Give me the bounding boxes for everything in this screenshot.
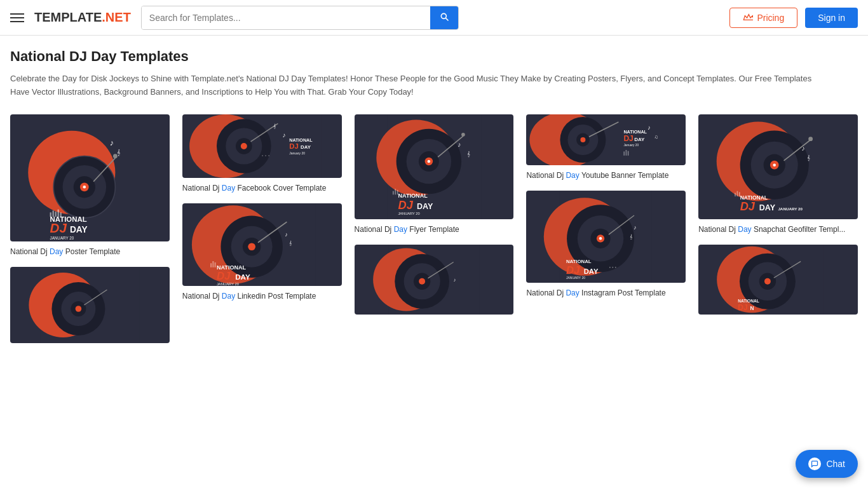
svg-text:DJ: DJ — [398, 199, 413, 212]
svg-text:NATIONAL: NATIONAL — [566, 259, 592, 265]
svg-point-107 — [599, 237, 602, 240]
svg-text:NATIONAL: NATIONAL — [398, 192, 428, 198]
header-left: TEMPLATE.NET — [10, 10, 131, 25]
svg-text:♪: ♪ — [634, 225, 636, 231]
page-description: Celebrate the Day for Disk Jockeys to Sh… — [10, 72, 815, 99]
linkedin-thumbnail: ♪ 𝄞 NATIONAL DJ DAY JANUARY 20 — [182, 203, 342, 286]
svg-text:♪: ♪ — [648, 124, 651, 131]
template-item-youtube[interactable]: NATIONAL DJ DAY January 20 ♪ ♫ National … — [526, 114, 686, 181]
pricing-button[interactable]: Pricing — [729, 8, 797, 28]
svg-text:♪: ♪ — [285, 231, 288, 238]
search-input[interactable] — [142, 6, 430, 29]
template-item-facebook[interactable]: ♪ 𝄞 NATIONAL DJ DAY January 20 Nat — [182, 114, 342, 194]
svg-rect-74 — [393, 191, 394, 194]
svg-text:DAY: DAY — [759, 203, 776, 212]
search-bar — [141, 6, 459, 30]
header-right: Pricing Sign in — [729, 8, 858, 28]
template-col-1: ♪ 𝄞 NATIONAL DJ DAY JANUARY 20 — [10, 114, 170, 349]
svg-text:♪: ♪ — [802, 144, 805, 151]
svg-point-6 — [83, 186, 86, 189]
search-icon — [439, 11, 449, 22]
svg-rect-76 — [397, 190, 398, 194]
svg-text:DJ: DJ — [50, 220, 67, 234]
svg-text:DJ: DJ — [289, 142, 299, 149]
template-item-flyer[interactable]: ♪ 𝄞 NATIONAL DJ DAY JANUARY 20 Nat — [355, 114, 514, 235]
svg-text:♪: ♪ — [453, 277, 456, 283]
svg-text:𝄞: 𝄞 — [466, 151, 470, 158]
logo-bold: TEMPLATE — [34, 10, 102, 24]
pricing-label: Pricing — [757, 13, 784, 23]
svg-rect-117 — [615, 267, 616, 268]
template-item-col5-bottom[interactable]: NATIONAL DJ N — [698, 245, 858, 315]
header: TEMPLATE.NET Pricing Sign in — [0, 0, 868, 36]
template-label-youtube: National Dj Day Youtube Banner Template — [526, 170, 686, 181]
svg-text:DAY: DAY — [235, 273, 250, 281]
svg-rect-97 — [626, 150, 627, 156]
svg-rect-115 — [609, 267, 611, 268]
template-item-snapchat[interactable]: ♪ 𝄞 NATIONAL DJ DAY JANUARY 20 N — [698, 114, 858, 235]
poster-thumbnail: ♪ 𝄞 NATIONAL DJ DAY JANUARY 20 — [10, 114, 170, 241]
template-item-instagram[interactable]: ♪ 𝄞 NATIONAL DJ DAY JANUARY 20 Nat — [526, 191, 686, 299]
svg-point-141 — [764, 278, 771, 285]
svg-rect-75 — [395, 189, 396, 194]
svg-text:DAY: DAY — [301, 144, 311, 149]
signin-button[interactable]: Sign in — [805, 8, 858, 28]
template-grid: ♪ 𝄞 NATIONAL DJ DAY JANUARY 20 — [10, 114, 858, 349]
svg-rect-19 — [60, 212, 62, 217]
template-label-instagram: National Dj Day Instagram Post Template — [526, 288, 686, 299]
svg-point-48 — [248, 243, 255, 251]
svg-rect-96 — [624, 151, 625, 155]
template-item-col3-bottom[interactable]: ♪ — [355, 245, 514, 315]
svg-rect-42 — [268, 155, 269, 156]
svg-text:DJ: DJ — [566, 264, 580, 276]
svg-text:NATIONAL: NATIONAL — [740, 194, 768, 200]
svg-rect-17 — [55, 212, 57, 217]
svg-text:DAY: DAY — [417, 202, 433, 211]
svg-text:JANUARY 20: JANUARY 20 — [778, 206, 803, 210]
svg-rect-58 — [214, 262, 215, 268]
col1-bottom-thumbnail — [10, 267, 170, 343]
svg-text:DJ: DJ — [740, 200, 756, 212]
svg-text:𝄞: 𝄞 — [117, 148, 120, 156]
facebook-thumbnail: ♪ 𝄞 NATIONAL DJ DAY January 20 — [182, 114, 342, 178]
svg-point-67 — [461, 133, 465, 137]
template-label-poster: National Dj Day Poster Template — [10, 247, 170, 257]
template-col-3: ♪ 𝄞 NATIONAL DJ DAY JANUARY 20 Nat — [355, 114, 514, 349]
template-item-linkedin[interactable]: ♪ 𝄞 NATIONAL DJ DAY JANUARY 20 Nat — [182, 203, 342, 302]
template-label-snapchat: National Dj Day Snapchat Geofilter Templ… — [698, 224, 858, 235]
svg-text:JANUARY 20: JANUARY 20 — [50, 236, 74, 240]
svg-point-126 — [808, 137, 813, 141]
svg-text:♫: ♫ — [654, 134, 658, 140]
crown-icon — [743, 13, 753, 23]
svg-rect-134 — [737, 191, 738, 196]
search-button[interactable] — [430, 6, 458, 29]
svg-text:January 20: January 20 — [624, 144, 639, 147]
svg-rect-98 — [628, 151, 629, 155]
svg-rect-57 — [212, 261, 214, 268]
svg-rect-135 — [739, 192, 740, 196]
svg-point-32 — [241, 143, 247, 149]
main-content: National DJ Day Templates Celebrate the … — [0, 36, 868, 361]
svg-text:DAY: DAY — [70, 224, 88, 234]
template-item-poster[interactable]: ♪ 𝄞 NATIONAL DJ DAY JANUARY 20 — [10, 114, 170, 257]
svg-text:DAY: DAY — [584, 268, 599, 275]
hamburger-menu[interactable] — [10, 13, 24, 22]
svg-text:♪: ♪ — [110, 138, 114, 147]
svg-text:NATIONAL: NATIONAL — [738, 299, 759, 303]
svg-text:JANUARY 20: JANUARY 20 — [566, 276, 585, 280]
svg-rect-133 — [735, 193, 736, 196]
svg-text:♪: ♪ — [282, 131, 285, 138]
svg-text:JANUARY 20: JANUARY 20 — [398, 212, 419, 215]
svg-point-82 — [419, 278, 425, 285]
logo[interactable]: TEMPLATE.NET — [34, 10, 131, 25]
logo-suffix: .NET — [102, 10, 131, 24]
svg-text:DJ: DJ — [217, 271, 231, 283]
template-col-4: NATIONAL DJ DAY January 20 ♪ ♫ National … — [526, 114, 686, 349]
page-title: National DJ Day Templates — [10, 48, 858, 65]
svg-text:𝄞: 𝄞 — [807, 154, 810, 161]
youtube-thumbnail: NATIONAL DJ DAY January 20 ♪ ♫ — [526, 114, 686, 165]
col3-bottom-thumbnail: ♪ — [355, 245, 514, 315]
template-col-5: ♪ 𝄞 NATIONAL DJ DAY JANUARY 20 N — [698, 114, 858, 349]
template-item-col1-bottom[interactable] — [10, 267, 170, 343]
instagram-thumbnail: ♪ 𝄞 NATIONAL DJ DAY JANUARY 20 — [526, 191, 686, 283]
